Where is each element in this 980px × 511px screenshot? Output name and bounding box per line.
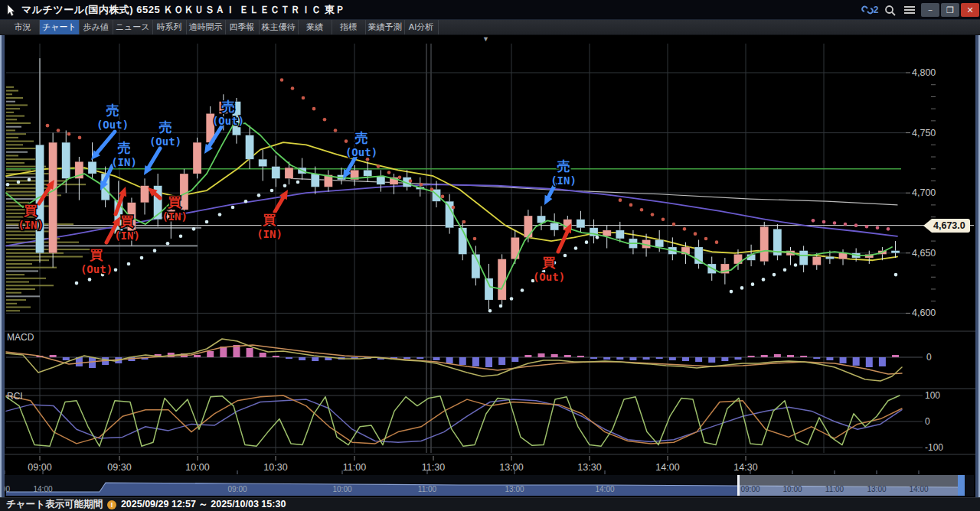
- navigator-handle-left[interactable]: [737, 475, 740, 496]
- price-axis-label: 4,650: [912, 248, 936, 259]
- volume-profile-bar: [6, 307, 31, 308]
- tab-業績[interactable]: 業績: [299, 20, 332, 34]
- chart-canvas[interactable]: 4,8004,7504,7004,6504,60001000-10009:000…: [0, 35, 980, 497]
- sar-dot: [751, 282, 755, 286]
- macd-histogram-bar: [50, 355, 57, 357]
- volume-profile-bar: [6, 267, 57, 269]
- close-button[interactable]: ✕: [961, 3, 979, 17]
- volume-profile-bar: [6, 295, 40, 297]
- macd-histogram-bar: [63, 357, 70, 360]
- macd-histogram-bar: [840, 357, 847, 363]
- link-icon[interactable]: 2: [860, 2, 880, 18]
- sar-dot: [894, 273, 898, 277]
- sar-dot: [46, 124, 50, 128]
- macd-histogram-bar: [403, 357, 410, 359]
- sar-dot: [629, 203, 633, 207]
- macd-histogram-bar: [682, 357, 689, 361]
- rci-line-mid: [6, 395, 902, 444]
- restore-button[interactable]: ❐: [941, 3, 959, 17]
- trade-annotation-text: 買: [542, 255, 556, 270]
- candle-body: [485, 278, 493, 300]
- sar-dot: [844, 223, 848, 226]
- sar-dot: [441, 195, 445, 199]
- status-bar: チャート表示可能期間 ! 2025/09/29 12:57 ～ 2025/10/…: [0, 497, 980, 511]
- volume-profile-bar: [6, 259, 49, 261]
- tab-業績予測[interactable]: 業績予測: [366, 20, 405, 34]
- navigator-time-label: 11:00: [418, 485, 437, 493]
- tab-株主優待[interactable]: 株主優待: [260, 20, 299, 34]
- tab-チャート[interactable]: チャート: [40, 20, 80, 34]
- volume-profile-bar: [6, 177, 37, 178]
- macd-histogram-bar: [273, 356, 279, 357]
- time-axis-label: 11:00: [343, 462, 366, 473]
- volume-profile-bar: [6, 101, 15, 103]
- candle-body: [694, 247, 703, 264]
- sar-dot: [585, 240, 589, 244]
- navigator-handle-right[interactable]: [958, 475, 965, 496]
- volume-profile-bar: [6, 234, 35, 236]
- volume-profile-bar: [6, 86, 14, 88]
- volume-profile-bar: [6, 126, 21, 128]
- tab-ニュース[interactable]: ニュース: [113, 20, 153, 34]
- sar-dot: [218, 213, 222, 216]
- macd-signal-line: [6, 345, 902, 374]
- volume-profile-bar: [6, 256, 83, 258]
- time-axis-label: 09:00: [28, 462, 51, 473]
- sar-dot: [651, 213, 655, 216]
- candle-body: [311, 174, 319, 187]
- volume-profile-bar: [6, 184, 86, 185]
- volume-profile-bar: [6, 93, 12, 95]
- trade-annotation-text: (IN): [550, 174, 577, 187]
- tab-歩み値[interactable]: 歩み値: [80, 20, 113, 34]
- candle-body: [760, 226, 769, 262]
- window-title: マルチツール(国内株式) 6525 ＫＯＫＵＳＡＩ ＥＬＥＣＴＲＩＣ 東Ｐ: [21, 3, 345, 17]
- trade-arrow: [558, 232, 567, 252]
- trade-annotation-text: 買: [120, 213, 134, 229]
- candle-body: [616, 230, 624, 239]
- sar-dot: [377, 164, 381, 168]
- trade-annotation-text: 買: [24, 203, 38, 218]
- candle-body: [799, 251, 808, 265]
- tab-市況[interactable]: 市況: [6, 20, 40, 34]
- candle-body: [891, 251, 900, 253]
- sar-dot: [730, 290, 733, 294]
- sar-dot: [854, 223, 858, 227]
- trade-annotation-text: (IN): [18, 219, 44, 231]
- macd-histogram-bar: [892, 355, 899, 357]
- minimize-button[interactable]: －: [921, 3, 939, 17]
- trade-annotation-text: 買: [168, 194, 181, 210]
- time-axis-label: 09:30: [107, 462, 131, 473]
- trade-annotation-text: 売: [118, 140, 131, 155]
- tab-bar: 市況チャート歩み値ニュース時系列適時開示四季報株主優待業績指標業績予測AI分析: [0, 20, 980, 35]
- macd-histogram-bar: [813, 357, 820, 359]
- volume-profile-bar: [6, 90, 18, 92]
- tab-時系列[interactable]: 時系列: [153, 20, 187, 34]
- volume-profile-bar: [6, 148, 40, 149]
- sar-dot: [28, 178, 31, 182]
- macd-histogram-bar: [416, 357, 423, 359]
- volume-profile-bar: [6, 155, 18, 156]
- macd-histogram-bar: [853, 357, 860, 366]
- macd-histogram-bar: [708, 357, 715, 363]
- collapse-panel-icon[interactable]: ▼: [482, 35, 489, 43]
- tab-四季報[interactable]: 四季報: [226, 20, 260, 34]
- sar-dot: [420, 183, 423, 187]
- search-icon[interactable]: [880, 2, 900, 18]
- macd-axis-label: 0: [926, 352, 932, 363]
- candle-body: [193, 142, 201, 174]
- time-axis-label: 14:00: [655, 462, 679, 473]
- menu-icon[interactable]: [900, 2, 920, 18]
- tab-AI分析[interactable]: AI分析: [405, 20, 439, 34]
- macd-histogram-bar: [286, 357, 292, 359]
- sar-dot: [334, 129, 338, 132]
- sar-dot: [672, 223, 676, 226]
- macd-histogram-bar: [538, 353, 545, 357]
- candle-body: [377, 176, 385, 184]
- trade-annotation-text: 売: [222, 99, 235, 114]
- sar-dot: [231, 206, 235, 210]
- tab-指標[interactable]: 指標: [332, 20, 366, 34]
- sar-dot: [57, 129, 60, 132]
- tab-適時開示[interactable]: 適時開示: [187, 20, 226, 34]
- trade-arrow: [97, 132, 115, 153]
- sar-dot: [640, 208, 644, 212]
